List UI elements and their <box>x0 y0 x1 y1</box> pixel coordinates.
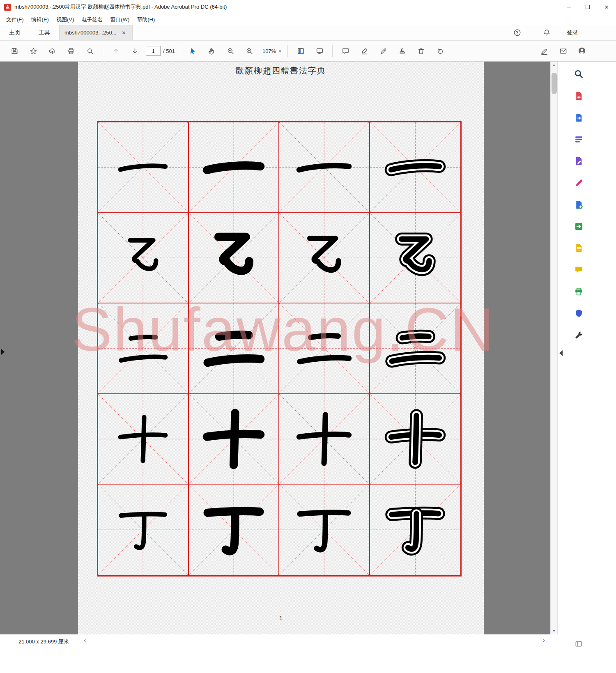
document-viewport: 歐顏柳趙四體書法字典 1 Shufawang.CN <box>0 62 550 634</box>
hand-icon[interactable] <box>205 44 219 58</box>
calligraphy-cell <box>279 303 370 394</box>
scroll-right-icon[interactable]: › <box>543 636 545 643</box>
scroll-up-icon[interactable]: ▲ <box>551 62 558 69</box>
right-pane-toggle-icon[interactable] <box>559 350 563 356</box>
calligraphy-character <box>113 500 173 560</box>
star-icon[interactable] <box>26 44 41 58</box>
tool-organize-pages-icon[interactable] <box>573 134 584 144</box>
sign-in-button[interactable]: 登录 <box>567 29 578 37</box>
content-area: 歐顏柳趙四體書法字典 1 Shufawang.CN ▲ ▼ <box>0 62 616 634</box>
rotate-left-icon[interactable] <box>432 44 447 58</box>
minimize-button[interactable] <box>559 0 578 14</box>
pdf-page: 歐顏柳趙四體書法字典 1 <box>78 62 484 634</box>
calligraphy-character <box>113 318 173 379</box>
menu-item[interactable]: 电子签名 <box>78 15 106 25</box>
calligraphy-cell <box>370 213 461 304</box>
menu-item[interactable]: 视图(V) <box>53 15 78 25</box>
tab-bar: 主页 工具 mbsh7000003.-.250... ✕ 登录 <box>0 25 616 41</box>
account-icon[interactable] <box>575 44 589 58</box>
notifications-bell-icon[interactable] <box>539 26 554 40</box>
title-bar: mbsh7000003.-.2500常用汉字 欧颜柳赵四体楷书字典.pdf - … <box>0 0 616 14</box>
trash-icon[interactable] <box>414 44 428 58</box>
left-pane-toggle-icon[interactable] <box>1 349 5 355</box>
zoom-value: 107% <box>262 48 276 54</box>
stamp-icon[interactable] <box>395 44 409 58</box>
save-icon[interactable] <box>7 44 22 58</box>
tool-export-pdf-icon[interactable] <box>573 91 584 101</box>
menu-item[interactable]: 文件(F) <box>2 15 28 25</box>
cloud-upload-icon[interactable] <box>45 44 60 58</box>
tool-more-tools-icon[interactable] <box>573 330 584 340</box>
calligraphy-cell <box>98 303 189 394</box>
tool-edit-pdf-icon[interactable] <box>573 156 584 166</box>
tool-comment-tool-icon[interactable] <box>573 265 584 275</box>
calligraphy-cell <box>98 485 189 575</box>
page-panel-toggle-icon[interactable] <box>575 640 582 649</box>
menu-item[interactable]: 帮助(H) <box>133 15 159 25</box>
sign-pen-icon[interactable] <box>376 44 391 58</box>
calligraphy-character <box>383 135 448 200</box>
print-icon[interactable] <box>64 44 78 58</box>
presentation-icon[interactable] <box>312 44 327 58</box>
calligraphy-character <box>290 405 358 473</box>
page-dimensions: 21.000 x 29.699 厘米 <box>18 638 69 645</box>
close-button[interactable]: ✕ <box>597 0 616 14</box>
tool-create-pdf-icon[interactable] <box>573 200 584 209</box>
calligraphy-cell <box>370 303 461 394</box>
zoom-in-icon[interactable] <box>242 44 257 58</box>
tool-protect-icon[interactable] <box>573 308 584 318</box>
document-tab-label: mbsh7000003.-.250... <box>64 30 116 36</box>
calligraphy-cell <box>370 122 461 213</box>
toolbar-separator <box>103 45 103 57</box>
calligraphy-cell <box>98 213 189 304</box>
calligraphy-character <box>198 403 270 475</box>
page-down-icon[interactable] <box>127 44 142 58</box>
page-view-icon[interactable] <box>293 44 308 58</box>
calligraphy-cell <box>189 485 280 575</box>
tool-notes-icon[interactable] <box>573 243 584 253</box>
comment-icon[interactable] <box>338 44 353 58</box>
menu-item[interactable]: 窗口(W) <box>106 15 133 25</box>
highlight-icon[interactable] <box>357 44 372 58</box>
menu-item[interactable]: 编辑(E) <box>28 15 53 25</box>
toolbar-separator <box>180 45 180 57</box>
tool-search-tools-icon[interactable] <box>573 69 584 79</box>
scroll-down-icon[interactable]: ▼ <box>551 627 558 634</box>
close-tab-icon[interactable]: ✕ <box>120 29 127 37</box>
tool-print-production-icon[interactable] <box>573 287 584 296</box>
page-up-icon[interactable] <box>108 44 123 58</box>
calligraphy-cell <box>370 485 461 575</box>
scrollbar-thumb[interactable] <box>552 73 557 94</box>
find-icon[interactable] <box>83 44 97 58</box>
tab-document[interactable]: mbsh7000003.-.250... ✕ <box>59 25 133 40</box>
main-toolbar: / 501 107% ▾ <box>0 41 616 62</box>
status-bar: 21.000 x 29.699 厘米 ‹ › <box>0 634 616 673</box>
tool-convert-icon[interactable] <box>573 221 584 231</box>
zoom-out-icon[interactable] <box>223 44 238 58</box>
page-number: 1 <box>78 615 484 621</box>
tab-tools[interactable]: 工具 <box>30 25 59 40</box>
fill-sign-icon[interactable] <box>537 44 552 58</box>
maximize-button[interactable] <box>578 0 597 14</box>
calligraphy-character <box>198 312 270 384</box>
calligraphy-cell <box>189 122 280 213</box>
vertical-scrollbar[interactable]: ▲ ▼ <box>550 62 557 634</box>
minimize-icon <box>567 7 571 7</box>
page-number-input[interactable] <box>146 46 161 56</box>
tab-home[interactable]: 主页 <box>0 25 30 40</box>
cursor-icon[interactable] <box>186 44 200 58</box>
toolbar-separator <box>287 45 288 57</box>
calligraphy-character <box>198 131 270 203</box>
mail-icon[interactable] <box>556 44 570 58</box>
calligraphy-character <box>290 224 358 292</box>
help-icon[interactable] <box>510 26 524 40</box>
calligraphy-cell <box>189 213 280 304</box>
calligraphy-character <box>113 227 173 288</box>
scrollbar-track[interactable] <box>551 69 557 627</box>
zoom-control[interactable]: 107% ▾ <box>262 48 281 54</box>
window-title: mbsh7000003.-.2500常用汉字 欧颜柳赵四体楷书字典.pdf - … <box>14 3 227 11</box>
page-total-label: / 501 <box>163 48 175 54</box>
tool-fill-sign-icon[interactable] <box>573 178 584 188</box>
scroll-left-icon[interactable]: ‹ <box>84 636 86 643</box>
tool-combine-files-icon[interactable] <box>573 113 584 122</box>
